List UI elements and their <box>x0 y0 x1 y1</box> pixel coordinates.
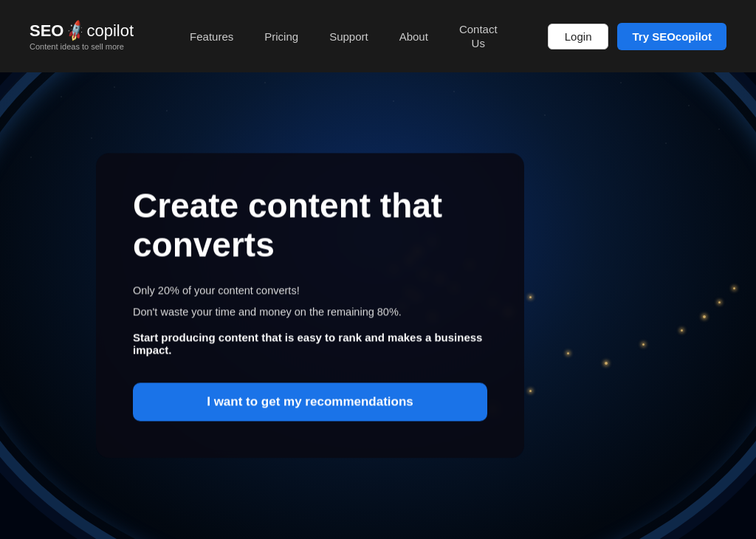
hero-title: Create content that converts <box>133 186 487 264</box>
nav-item-pricing[interactable]: Pricing <box>252 24 310 49</box>
logo: SEO 🚀 copilot <box>30 21 134 41</box>
hero-bold-text: Start producing content that is easy to … <box>133 332 487 357</box>
logo-area: SEO 🚀 copilot Content ideas to sell more <box>30 21 134 51</box>
main-nav: Features Pricing Support About ContactUs <box>178 16 548 57</box>
header: SEO 🚀 copilot Content ideas to sell more… <box>0 0 756 72</box>
hero-content-card: Create content that converts Only 20% of… <box>96 153 524 458</box>
hero-section: Create content that converts Only 20% of… <box>0 72 756 539</box>
nav-item-support[interactable]: Support <box>317 24 380 49</box>
nav-item-features[interactable]: Features <box>178 24 245 49</box>
header-actions: Login Try SEOcopilot <box>548 23 726 50</box>
hero-subtitle-1: Only 20% of your content converts! <box>133 282 487 299</box>
nav-item-about[interactable]: About <box>388 24 440 49</box>
nav-item-contact[interactable]: ContactUs <box>447 16 509 57</box>
rocket-icon: 🚀 <box>63 18 89 43</box>
logo-tagline: Content ideas to sell more <box>30 42 134 51</box>
try-button[interactable]: Try SEOcopilot <box>617 23 726 50</box>
cta-button[interactable]: I want to get my recommendations <box>133 383 487 422</box>
hero-subtitle-2: Don't waste your time and money on the r… <box>133 303 487 320</box>
logo-seo-text: SEO <box>30 21 63 41</box>
logo-copilot-text: copilot <box>86 21 134 41</box>
login-button[interactable]: Login <box>548 24 609 49</box>
